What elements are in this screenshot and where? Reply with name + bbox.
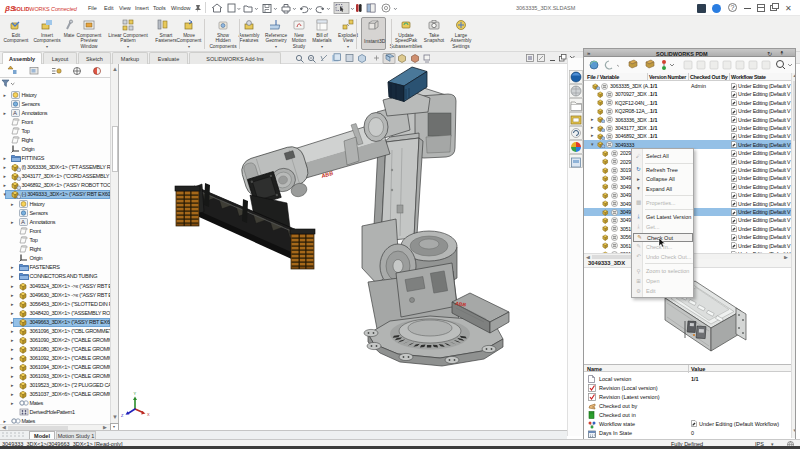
svg-text:X: X — [147, 412, 150, 417]
svg-text:Y: Y — [134, 391, 137, 396]
svg-text:A: A — [13, 110, 17, 116]
svg-text:A: A — [21, 219, 25, 225]
svg-text:Z: Z — [121, 413, 124, 418]
